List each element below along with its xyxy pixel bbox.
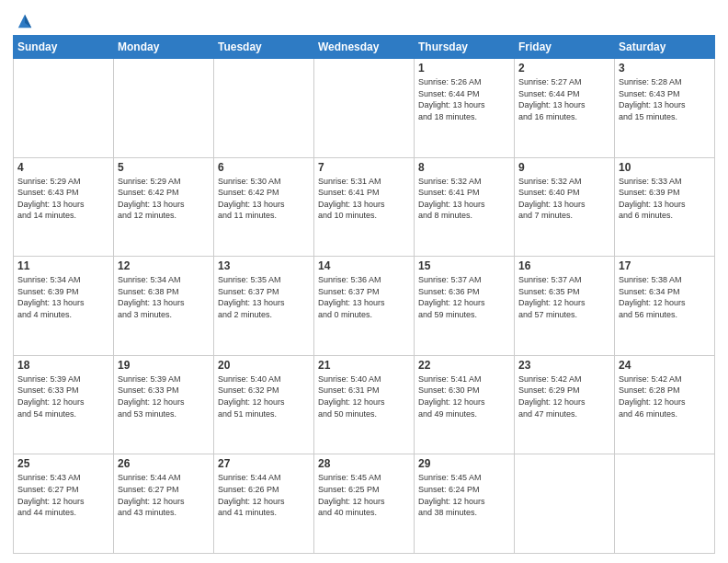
day-cell: 7Sunrise: 5:31 AM Sunset: 6:41 PM Daylig…	[314, 157, 415, 257]
day-cell: 6Sunrise: 5:30 AM Sunset: 6:42 PM Daylig…	[214, 157, 314, 257]
day-info: Sunrise: 5:43 AM Sunset: 6:27 PM Dayligh…	[17, 472, 109, 518]
day-number: 28	[318, 457, 410, 470]
day-cell: 10Sunrise: 5:33 AM Sunset: 6:39 PM Dayli…	[615, 157, 715, 257]
day-cell	[214, 59, 314, 158]
day-cell: 4Sunrise: 5:29 AM Sunset: 6:43 PM Daylig…	[14, 157, 114, 257]
day-info: Sunrise: 5:27 AM Sunset: 6:44 PM Dayligh…	[518, 76, 610, 122]
day-info: Sunrise: 5:29 AM Sunset: 6:42 PM Dayligh…	[118, 176, 210, 222]
day-number: 29	[418, 457, 510, 470]
day-number: 27	[218, 457, 310, 470]
day-info: Sunrise: 5:26 AM Sunset: 6:44 PM Dayligh…	[418, 76, 510, 122]
day-cell: 21Sunrise: 5:40 AM Sunset: 6:31 PM Dayli…	[314, 355, 415, 454]
day-number: 25	[17, 457, 109, 470]
day-cell: 17Sunrise: 5:38 AM Sunset: 6:34 PM Dayli…	[615, 257, 715, 356]
week-row-0: 1Sunrise: 5:26 AM Sunset: 6:44 PM Daylig…	[14, 59, 715, 158]
weekday-header-friday: Friday	[515, 36, 615, 59]
day-number: 1	[418, 62, 510, 75]
day-cell: 3Sunrise: 5:28 AM Sunset: 6:43 PM Daylig…	[615, 59, 715, 158]
day-number: 21	[318, 359, 410, 372]
day-number: 12	[118, 259, 210, 272]
day-cell: 18Sunrise: 5:39 AM Sunset: 6:33 PM Dayli…	[14, 355, 114, 454]
day-number: 26	[118, 457, 210, 470]
day-info: Sunrise: 5:35 AM Sunset: 6:37 PM Dayligh…	[218, 274, 310, 320]
day-cell: 28Sunrise: 5:45 AM Sunset: 6:25 PM Dayli…	[314, 454, 415, 554]
day-info: Sunrise: 5:28 AM Sunset: 6:43 PM Dayligh…	[619, 76, 711, 122]
day-cell: 27Sunrise: 5:44 AM Sunset: 6:26 PM Dayli…	[214, 454, 314, 554]
day-info: Sunrise: 5:31 AM Sunset: 6:41 PM Dayligh…	[318, 176, 410, 222]
day-cell: 29Sunrise: 5:45 AM Sunset: 6:24 PM Dayli…	[415, 454, 515, 554]
day-cell	[515, 454, 615, 554]
day-cell: 25Sunrise: 5:43 AM Sunset: 6:27 PM Dayli…	[14, 454, 114, 554]
weekday-header-thursday: Thursday	[415, 36, 515, 59]
day-info: Sunrise: 5:45 AM Sunset: 6:24 PM Dayligh…	[418, 472, 510, 518]
day-number: 9	[518, 161, 610, 174]
day-info: Sunrise: 5:37 AM Sunset: 6:35 PM Dayligh…	[518, 274, 610, 320]
day-number: 10	[619, 161, 711, 174]
day-number: 15	[418, 259, 510, 272]
day-cell: 12Sunrise: 5:34 AM Sunset: 6:38 PM Dayli…	[114, 257, 214, 356]
day-info: Sunrise: 5:37 AM Sunset: 6:36 PM Dayligh…	[418, 274, 510, 320]
weekday-header-saturday: Saturday	[615, 36, 715, 59]
day-cell: 9Sunrise: 5:32 AM Sunset: 6:40 PM Daylig…	[515, 157, 615, 257]
calendar-table: SundayMondayTuesdayWednesdayThursdayFrid…	[13, 35, 715, 554]
day-cell: 23Sunrise: 5:42 AM Sunset: 6:29 PM Dayli…	[515, 355, 615, 454]
weekday-header-tuesday: Tuesday	[214, 36, 314, 59]
day-number: 6	[218, 161, 310, 174]
day-number: 20	[218, 359, 310, 372]
day-info: Sunrise: 5:45 AM Sunset: 6:25 PM Dayligh…	[318, 472, 410, 518]
day-info: Sunrise: 5:38 AM Sunset: 6:34 PM Dayligh…	[619, 274, 711, 320]
day-number: 5	[118, 161, 210, 174]
weekday-header-row: SundayMondayTuesdayWednesdayThursdayFrid…	[14, 36, 715, 59]
day-info: Sunrise: 5:32 AM Sunset: 6:41 PM Dayligh…	[418, 176, 510, 222]
day-cell	[314, 59, 415, 158]
day-cell	[14, 59, 114, 158]
day-number: 18	[17, 359, 109, 372]
day-number: 22	[418, 359, 510, 372]
logo-icon	[17, 13, 33, 29]
day-number: 3	[619, 62, 711, 75]
week-row-2: 11Sunrise: 5:34 AM Sunset: 6:39 PM Dayli…	[14, 257, 715, 356]
day-info: Sunrise: 5:32 AM Sunset: 6:40 PM Dayligh…	[518, 176, 610, 222]
week-row-4: 25Sunrise: 5:43 AM Sunset: 6:27 PM Dayli…	[14, 454, 715, 554]
header-area	[13, 9, 715, 29]
day-number: 16	[518, 259, 610, 272]
logo	[13, 13, 35, 29]
day-number: 4	[17, 161, 109, 174]
day-number: 19	[118, 359, 210, 372]
day-cell: 26Sunrise: 5:44 AM Sunset: 6:27 PM Dayli…	[114, 454, 214, 554]
day-info: Sunrise: 5:39 AM Sunset: 6:33 PM Dayligh…	[118, 373, 210, 419]
weekday-header-sunday: Sunday	[14, 36, 114, 59]
day-cell: 14Sunrise: 5:36 AM Sunset: 6:37 PM Dayli…	[314, 257, 415, 356]
day-cell: 22Sunrise: 5:41 AM Sunset: 6:30 PM Dayli…	[415, 355, 515, 454]
week-row-1: 4Sunrise: 5:29 AM Sunset: 6:43 PM Daylig…	[14, 157, 715, 257]
day-cell: 2Sunrise: 5:27 AM Sunset: 6:44 PM Daylig…	[515, 59, 615, 158]
day-cell: 11Sunrise: 5:34 AM Sunset: 6:39 PM Dayli…	[14, 257, 114, 356]
day-number: 2	[518, 62, 610, 75]
weekday-header-wednesday: Wednesday	[314, 36, 415, 59]
day-info: Sunrise: 5:36 AM Sunset: 6:37 PM Dayligh…	[318, 274, 410, 320]
day-number: 14	[318, 259, 410, 272]
day-cell: 15Sunrise: 5:37 AM Sunset: 6:36 PM Dayli…	[415, 257, 515, 356]
day-number: 23	[518, 359, 610, 372]
day-number: 13	[218, 259, 310, 272]
day-number: 7	[318, 161, 410, 174]
day-info: Sunrise: 5:44 AM Sunset: 6:26 PM Dayligh…	[218, 472, 310, 518]
day-info: Sunrise: 5:34 AM Sunset: 6:38 PM Dayligh…	[118, 274, 210, 320]
day-info: Sunrise: 5:42 AM Sunset: 6:29 PM Dayligh…	[518, 373, 610, 419]
day-info: Sunrise: 5:30 AM Sunset: 6:42 PM Dayligh…	[218, 176, 310, 222]
day-info: Sunrise: 5:34 AM Sunset: 6:39 PM Dayligh…	[17, 274, 109, 320]
day-info: Sunrise: 5:40 AM Sunset: 6:32 PM Dayligh…	[218, 373, 310, 419]
day-cell	[615, 454, 715, 554]
weekday-header-monday: Monday	[114, 36, 214, 59]
day-info: Sunrise: 5:41 AM Sunset: 6:30 PM Dayligh…	[418, 373, 510, 419]
calendar-page: SundayMondayTuesdayWednesdayThursdayFrid…	[0, 0, 728, 563]
day-cell: 20Sunrise: 5:40 AM Sunset: 6:32 PM Dayli…	[214, 355, 314, 454]
day-cell	[114, 59, 214, 158]
day-info: Sunrise: 5:44 AM Sunset: 6:27 PM Dayligh…	[118, 472, 210, 518]
day-cell: 24Sunrise: 5:42 AM Sunset: 6:28 PM Dayli…	[615, 355, 715, 454]
day-info: Sunrise: 5:33 AM Sunset: 6:39 PM Dayligh…	[619, 176, 711, 222]
day-number: 11	[17, 259, 109, 272]
day-cell: 8Sunrise: 5:32 AM Sunset: 6:41 PM Daylig…	[415, 157, 515, 257]
day-number: 8	[418, 161, 510, 174]
day-info: Sunrise: 5:42 AM Sunset: 6:28 PM Dayligh…	[619, 373, 711, 419]
